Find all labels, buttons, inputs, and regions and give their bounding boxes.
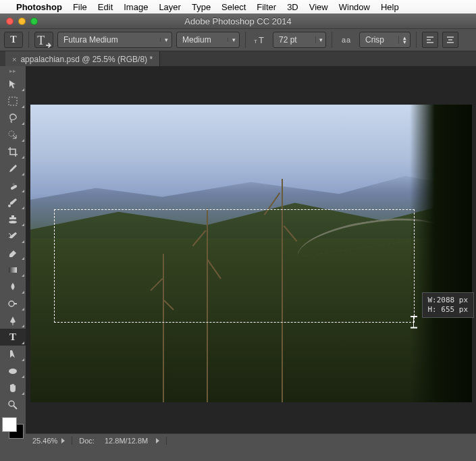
lasso-tool[interactable]: [0, 109, 26, 126]
pen-tool[interactable]: [0, 312, 26, 329]
chevron-down-icon: ▾: [315, 36, 325, 43]
hand-tool[interactable]: [0, 379, 26, 396]
font-style-dropdown[interactable]: Medium ▾: [176, 32, 240, 48]
doc-size[interactable]: Doc: 12.8M/12.8M: [72, 437, 167, 445]
dimensions-tooltip: W:2088 px H: 655 px: [422, 292, 475, 318]
antialias-value: Crisp: [360, 35, 398, 45]
menu-select[interactable]: Select: [221, 2, 246, 12]
antialias-icon: aa: [338, 32, 355, 47]
menu-layer[interactable]: Layer: [159, 2, 181, 12]
quick-select-tool[interactable]: [0, 126, 26, 143]
font-size-icon: TT: [251, 32, 269, 47]
move-tool[interactable]: [0, 76, 26, 92]
document-tab[interactable]: × appalachian.psd @ 25.5% (RGB/8) *: [5, 51, 160, 67]
marquee-tool[interactable]: [0, 92, 26, 109]
chevron-down-icon: ▾: [228, 38, 239, 42]
menu-view[interactable]: View: [309, 2, 328, 12]
font-family-dropdown[interactable]: Futura Medium ▾: [57, 32, 172, 48]
zoom-tool[interactable]: [0, 396, 26, 413]
crop-tool[interactable]: [0, 143, 26, 160]
canvas-viewport[interactable]: W:2088 px H: 655 px: [26, 66, 476, 448]
type-tool[interactable]: T: [0, 329, 26, 346]
tool-preset-button[interactable]: T: [4, 32, 23, 48]
mac-menubar: Photoshop File Edit Image Layer Type Sel…: [0, 0, 476, 14]
status-bar: 25.46% Doc: 12.8M/12.8M: [26, 433, 476, 448]
svg-point-22: [9, 369, 17, 374]
path-select-tool[interactable]: [0, 346, 26, 362]
menu-type[interactable]: Type: [192, 2, 211, 12]
brush-tool[interactable]: [0, 194, 26, 211]
svg-text:a: a: [342, 36, 346, 44]
zoom-level[interactable]: 25.46%: [26, 437, 72, 445]
menu-filter[interactable]: Filter: [257, 2, 276, 12]
blur-tool[interactable]: [0, 278, 26, 295]
dodge-tool[interactable]: [0, 295, 26, 312]
menu-file[interactable]: File: [73, 2, 87, 12]
shape-tool[interactable]: [0, 362, 26, 379]
svg-text:T: T: [254, 38, 257, 45]
font-size-value: 72 pt: [273, 35, 315, 45]
color-swatches[interactable]: [2, 417, 24, 439]
foreground-color-swatch[interactable]: [2, 417, 17, 432]
svg-point-16: [8, 205, 11, 207]
chevron-right-icon: [61, 438, 65, 443]
work-area: ▸▸ T: [0, 66, 476, 448]
tab-grip-icon[interactable]: ⋮⋮: [0, 51, 5, 67]
svg-text:a: a: [346, 36, 351, 44]
window-title: Adobe Photoshop CC 2014: [0, 16, 476, 26]
menu-3d[interactable]: 3D: [287, 2, 298, 12]
svg-line-24: [14, 406, 17, 409]
photoshop-window: Adobe Photoshop CC 2014 T T Futura Mediu…: [0, 13, 476, 461]
app-menu[interactable]: Photoshop: [16, 2, 62, 12]
text-cursor-icon: [409, 316, 419, 328]
menu-image[interactable]: Image: [124, 2, 148, 12]
history-brush-tool[interactable]: [0, 227, 26, 244]
chevron-right-icon: [156, 438, 159, 443]
type-bounding-box[interactable]: [54, 209, 415, 323]
chevron-down-icon: ▾: [160, 38, 171, 42]
text-orientation-button[interactable]: T: [34, 32, 53, 48]
tab-close-button[interactable]: ×: [12, 55, 16, 63]
eyedropper-tool[interactable]: [0, 160, 26, 177]
toolbox: ▸▸ T: [0, 66, 26, 448]
tab-label: appalachian.psd @ 25.5% (RGB/8) *: [20, 55, 153, 64]
chevron-updown-icon: ▴▾: [398, 36, 410, 44]
options-bar: T T Futura Medium ▾ Medium ▾ TT 72 pt ▾ …: [0, 28, 476, 51]
document-canvas[interactable]: W:2088 px H: 655 px: [30, 105, 472, 402]
align-left-button[interactable]: [422, 32, 438, 48]
svg-point-19: [9, 301, 14, 306]
clone-stamp-tool[interactable]: [0, 211, 26, 227]
svg-text:T: T: [259, 35, 264, 45]
svg-rect-18: [9, 267, 17, 273]
menu-help[interactable]: Help: [381, 2, 399, 12]
align-center-button[interactable]: [442, 32, 458, 48]
menu-window[interactable]: Window: [339, 2, 370, 12]
antialias-dropdown[interactable]: Crisp ▴▾: [359, 32, 411, 48]
toolbox-expand-grip[interactable]: ▸▸: [0, 66, 26, 76]
svg-text:T: T: [37, 34, 45, 47]
healing-brush-tool[interactable]: [0, 177, 26, 194]
menu-edit[interactable]: Edit: [98, 2, 113, 12]
svg-rect-11: [9, 97, 17, 105]
font-size-input[interactable]: 72 pt ▾: [273, 32, 326, 48]
window-titlebar: Adobe Photoshop CC 2014: [0, 13, 476, 28]
eraser-tool[interactable]: [0, 244, 26, 261]
font-family-value: Futura Medium: [58, 35, 160, 45]
font-style-value: Medium: [177, 35, 228, 45]
gradient-tool[interactable]: [0, 261, 26, 278]
svg-point-23: [9, 401, 14, 406]
type-tool-glyph: T: [10, 34, 16, 45]
svg-point-17: [9, 221, 17, 223]
